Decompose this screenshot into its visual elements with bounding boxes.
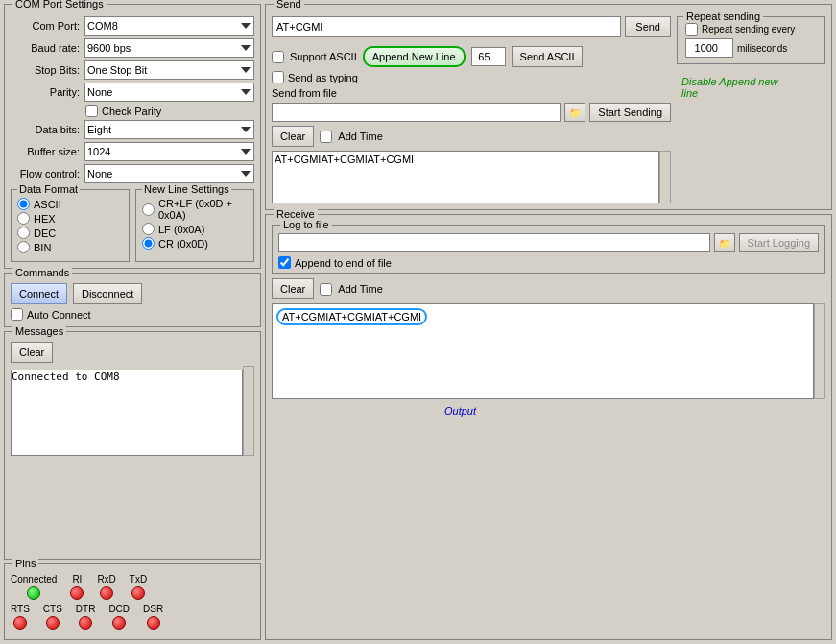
- repeat-ms-input[interactable]: [685, 38, 733, 58]
- append-new-line-button[interactable]: Append New Line: [363, 46, 466, 67]
- send-from-file-label: Send from file: [272, 87, 337, 99]
- pin-dcd-led: [112, 616, 126, 630]
- pin-rxd-label: RxD: [97, 574, 115, 584]
- com-port-title: COM Port Settings: [12, 0, 107, 10]
- pin-connected-led: [27, 586, 40, 600]
- check-parity-label: Check Parity: [102, 106, 161, 117]
- data-format-bin[interactable]: [17, 241, 30, 253]
- send-button[interactable]: Send: [625, 16, 671, 37]
- parity-select[interactable]: None: [84, 83, 254, 102]
- data-format-dec[interactable]: [17, 227, 30, 239]
- pin-txd-label: TxD: [130, 574, 147, 584]
- messages-title: Messages: [12, 325, 66, 337]
- pin-rts-led: [13, 616, 27, 630]
- receive-clear-button[interactable]: Clear: [272, 278, 314, 299]
- receive-content-area: AT+CGMIAT+CGMIAT+CGMI: [272, 303, 814, 399]
- pin-rts: RTS: [11, 604, 30, 630]
- newline-cr-label: CR (0x0D): [158, 238, 208, 250]
- output-text: Output: [444, 405, 476, 417]
- pin-dcd: DCD: [108, 604, 130, 630]
- data-bits-select[interactable]: Eight: [84, 120, 254, 139]
- baud-rate-select[interactable]: 9600 bps: [84, 38, 254, 58]
- newline-crlf-label: CR+LF (0x0D + 0x0A): [158, 198, 248, 221]
- repeat-sending-checkbox[interactable]: [685, 23, 698, 36]
- pin-dsr-led: [147, 616, 160, 630]
- log-to-file-group: Log to file 📁 Start Logging Append to en…: [272, 225, 825, 274]
- pin-cts-led: [46, 616, 60, 630]
- send-scrollbar[interactable]: [659, 151, 671, 203]
- commands-title: Commands: [12, 267, 72, 278]
- start-logging-button[interactable]: Start Logging: [739, 233, 819, 252]
- stop-bits-label: Stop Bits:: [11, 64, 80, 76]
- log-to-file-title: Log to file: [280, 219, 332, 230]
- pin-txd: TxD: [130, 574, 147, 600]
- stop-bits-select[interactable]: One Stop Bit: [84, 60, 254, 80]
- append-to-file-label: Append to end of file: [295, 257, 392, 269]
- messages-scrollbar[interactable]: [243, 366, 254, 456]
- messages-clear-button[interactable]: Clear: [11, 342, 53, 363]
- add-time-receive-checkbox[interactable]: [320, 283, 332, 296]
- data-format-group: Data Format ASCII HEX DEC: [11, 189, 130, 262]
- send-ascii-button[interactable]: Send ASCII: [512, 46, 584, 67]
- add-time-send-checkbox[interactable]: [320, 131, 332, 143]
- start-sending-button[interactable]: Start Sending: [589, 103, 671, 122]
- file-path-input[interactable]: [272, 103, 561, 122]
- data-format-ascii-label: ASCII: [34, 199, 61, 210]
- add-time-send-label: Add Time: [338, 131, 382, 142]
- pin-dsr-label: DSR: [143, 604, 163, 614]
- log-file-path-input[interactable]: [278, 233, 710, 252]
- newline-lf-label: LF (0x0A): [158, 224, 204, 235]
- check-parity-checkbox[interactable]: [85, 105, 98, 117]
- com-port-select[interactable]: COM8: [84, 16, 254, 36]
- receive-section: Receive Log to file 📁 Start Logging Appe…: [265, 214, 832, 640]
- data-format-hex[interactable]: [17, 212, 30, 225]
- pin-txd-led: [131, 586, 145, 600]
- pin-cts-label: CTS: [43, 604, 62, 614]
- messages-section: Messages Clear Connected to COM8: [4, 331, 261, 560]
- disable-text: Disable Append new: [681, 76, 778, 87]
- output-annotation: Output: [444, 405, 476, 417]
- newline-crlf[interactable]: [142, 203, 155, 216]
- baud-rate-label: Baud rate:: [11, 42, 80, 54]
- send-as-typing-checkbox[interactable]: [272, 71, 284, 83]
- send-as-typing-label: Send as typing: [288, 72, 358, 83]
- pin-dtr: DTR: [76, 604, 96, 630]
- buffer-size-select[interactable]: 1024: [84, 142, 254, 161]
- send-input[interactable]: AT+CGMI: [272, 16, 621, 37]
- append-to-file-checkbox[interactable]: [278, 256, 291, 269]
- ascii-num-input[interactable]: [471, 47, 506, 66]
- pin-dsr: DSR: [143, 604, 163, 630]
- data-bits-label: Data bits:: [11, 124, 80, 135]
- auto-connect-label: Auto Connect: [27, 309, 91, 321]
- support-ascii-checkbox[interactable]: [272, 51, 284, 63]
- disable-append-annotation: Disable Append new line: [677, 76, 825, 99]
- pin-rxd: RxD: [97, 574, 115, 600]
- pin-ri: RI: [70, 574, 84, 600]
- receive-scrollbar[interactable]: [814, 303, 825, 399]
- data-format-hex-label: HEX: [34, 213, 56, 225]
- send-clear-button[interactable]: Clear: [272, 126, 314, 147]
- pin-cts: CTS: [43, 604, 62, 630]
- pins-title: Pins: [12, 558, 38, 569]
- repeat-sending-group: Repeat sending Repeat sending every mili…: [677, 16, 825, 64]
- send-content-text: AT+CGMIAT+CGMIAT+CGMI: [275, 154, 414, 165]
- parity-label: Parity:: [11, 86, 80, 98]
- newline-lf[interactable]: [142, 223, 155, 235]
- messages-textarea[interactable]: Connected to COM8: [11, 370, 243, 456]
- pin-connected-label: Connected: [11, 574, 57, 584]
- disconnect-button[interactable]: Disconnect: [73, 283, 142, 304]
- flow-control-label: Flow control:: [11, 168, 80, 179]
- buffer-size-label: Buffer size:: [11, 146, 80, 157]
- browse-button[interactable]: 📁: [564, 103, 585, 122]
- pin-ri-led: [70, 586, 84, 600]
- com-port-label: Com Port:: [11, 20, 80, 32]
- new-line-settings-group: New Line Settings CR+LF (0x0D + 0x0A) LF…: [135, 189, 254, 262]
- connect-button[interactable]: Connect: [11, 283, 67, 304]
- pin-dtr-label: DTR: [76, 604, 96, 614]
- log-browse-button[interactable]: 📁: [714, 233, 735, 252]
- data-format-bin-label: BIN: [34, 242, 51, 253]
- flow-control-select[interactable]: None: [84, 164, 254, 183]
- newline-cr[interactable]: [142, 237, 155, 250]
- data-format-ascii[interactable]: [17, 198, 30, 210]
- auto-connect-checkbox[interactable]: [11, 308, 23, 321]
